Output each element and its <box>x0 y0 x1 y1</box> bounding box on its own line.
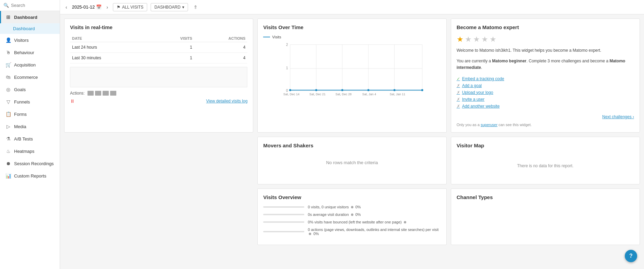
sidebar-item-behaviour[interactable]: 🖱 Behaviour <box>0 46 60 59</box>
overview-bar <box>263 214 304 215</box>
expert-link-embed-tracking[interactable]: ✓Embed a tracking code <box>457 75 634 82</box>
expert-link-invite-user[interactable]: ✗Invite a user <box>457 96 634 103</box>
sidebar-item-forms[interactable]: 📋 Forms <box>0 108 60 120</box>
expert-link-add-goal[interactable]: ✗Add a goal <box>457 82 634 89</box>
realtime-table: DATE VISITS ACTIONS Last 24 hours14Last … <box>70 35 247 63</box>
cross-icon: ✗ <box>457 90 460 95</box>
star-rating: ★ ★ ★ ★ ★ <box>457 35 634 44</box>
legend-line <box>263 37 270 37</box>
sidebar-subitem-dashboard[interactable]: Dashboard <box>0 23 60 34</box>
sidebar-item-acquisition[interactable]: 🛒 Acquisition <box>0 59 60 71</box>
actions-row: Actions: <box>70 91 247 96</box>
overview-metric-text: 0 actions (page views, downloads, outlin… <box>308 228 441 236</box>
pause-button[interactable]: ⏸ <box>70 98 75 104</box>
visitor-map-card: Visitor Map There is no data for this re… <box>451 137 640 184</box>
legend-label: Visits <box>272 35 281 39</box>
dashboard-button[interactable]: DASHBOARD ▾ <box>151 3 188 11</box>
action-icons <box>87 91 116 96</box>
svg-text:0: 0 <box>286 89 288 93</box>
sidebar-item-goals[interactable]: ◎ Goals <box>0 83 60 96</box>
realtime-title: Visits in real-time <box>70 24 247 30</box>
sidebar-item-ab-tests[interactable]: ⚗ A/B Tests <box>0 133 60 145</box>
realtime-card: Visits in real-time DATE VISITS ACTIONS … <box>64 19 253 133</box>
next-challenges-link[interactable]: Next challenges › <box>457 114 634 119</box>
overview-bar <box>263 231 304 232</box>
movers-title: Movers and Shakers <box>263 143 441 148</box>
col-visits: VISITS <box>154 35 194 42</box>
visitor-map-title: Visitor Map <box>457 143 634 148</box>
prev-date-button[interactable]: ‹ <box>64 4 69 11</box>
cross-icon: ✗ <box>457 97 460 102</box>
action-icon-4 <box>110 91 116 96</box>
sidebar-item-custom-reports[interactable]: 📊 Custom Reports <box>0 170 60 182</box>
sidebar-item-ecommerce[interactable]: 🛍 Ecommerce <box>0 71 60 83</box>
all-visits-icon: ⚑ <box>117 5 120 10</box>
overview-bar <box>263 221 304 223</box>
actions-label: Actions: <box>70 91 85 96</box>
table-row: Last 30 minutes14 <box>70 53 247 63</box>
svg-text:Sat, Jan 4: Sat, Jan 4 <box>362 93 376 96</box>
dot <box>309 233 311 235</box>
channel-types-title: Channel Types <box>457 194 634 200</box>
star-4: ★ <box>481 35 488 44</box>
collapse-button[interactable]: ⇑ <box>191 4 200 11</box>
dot <box>404 221 406 223</box>
overview-metric-text: 0s average visit duration 0% <box>308 212 361 217</box>
next-date-button[interactable]: › <box>105 4 109 11</box>
svg-point-12 <box>289 89 291 91</box>
channel-types-card: Channel Types <box>451 188 640 245</box>
expert-links: ✓Embed a tracking code✗Add a goal✗Upload… <box>457 75 634 110</box>
cross-icon: ✗ <box>457 104 460 109</box>
check-icon: ✓ <box>457 76 460 81</box>
expert-title: Become a Matomo expert <box>457 24 634 30</box>
table-row: Last 24 hours14 <box>70 42 247 53</box>
all-visits-label: ALL VISITS <box>122 5 143 10</box>
visitor-map-no-data: There is no data for this report. <box>457 153 634 179</box>
dot <box>351 213 353 216</box>
main-content: ‹ 2025-01-12 📅 › ⚑ ALL VISITS DASHBOARD … <box>60 0 644 269</box>
acquisition-icon: 🛒 <box>5 62 11 68</box>
sidebar-item-heatmaps[interactable]: ♨ Heatmaps <box>0 145 60 157</box>
chart-area: 2 1 0 <box>263 41 441 103</box>
svg-text:Sat, Dec 28: Sat, Dec 28 <box>336 93 352 96</box>
action-icon-3 <box>103 91 109 96</box>
search-icon: 🔍 <box>3 3 9 8</box>
view-log-link[interactable]: View detailed visits log <box>206 99 248 103</box>
expert-status: You are currently a Matomo beginner. Com… <box>457 58 634 71</box>
expert-card: Become a Matomo expert ★ ★ ★ ★ ★ Welcome… <box>451 19 640 133</box>
custom-reports-icon: 📊 <box>5 173 11 179</box>
media-icon: ▷ <box>5 124 11 129</box>
col-actions: ACTIONS <box>194 35 247 42</box>
heatmaps-icon: ♨ <box>5 148 11 154</box>
topbar: ‹ 2025-01-12 📅 › ⚑ ALL VISITS DASHBOARD … <box>60 0 644 14</box>
superuser-link[interactable]: superuser <box>481 123 497 127</box>
sidebar-item-visitors[interactable]: 👤 Visitors <box>0 34 60 46</box>
overtime-title: Visits Over Time <box>263 24 441 30</box>
expert-link-add-website[interactable]: ✗Add another website <box>457 103 634 110</box>
sidebar-item-media[interactable]: ▷ Media <box>0 120 60 133</box>
sidebar-item-funnels[interactable]: ▽ Funnels <box>0 96 60 108</box>
help-button[interactable]: ? <box>625 250 637 262</box>
visitors-icon: 👤 <box>5 37 11 43</box>
visits-chart: 2 1 0 <box>263 41 441 96</box>
sidebar-item-session-recordings[interactable]: ⏺ Session Recordings <box>0 157 60 170</box>
search-box[interactable]: 🔍 <box>0 0 60 11</box>
svg-text:Sat, Dec 21: Sat, Dec 21 <box>309 93 326 96</box>
overview-card: Visits Overview 0 visits, 0 unique visit… <box>257 188 446 245</box>
overview-bar <box>263 206 304 208</box>
chart-legend: Visits <box>263 35 441 39</box>
overview-metric-text: 0 visits, 0 unique visitors 0% <box>308 205 361 209</box>
sidebar-item-dashboard[interactable]: ⊞ Dashboard <box>0 11 60 23</box>
dashboard-label: DASHBOARD <box>154 5 180 10</box>
expert-link-upload-logo[interactable]: ✗Upload your logo <box>457 89 634 96</box>
movers-no-rows: No rows match the criteria <box>263 153 441 172</box>
search-input[interactable] <box>11 3 56 8</box>
col-date: DATE <box>70 35 154 42</box>
chevron-down-icon: ▾ <box>182 5 184 10</box>
sidebar: 🔍 ⊞ Dashboard Dashboard 👤 Visitors 🖱 Beh… <box>0 0 60 269</box>
forms-icon: 📋 <box>5 111 11 117</box>
overview-row: 0% visits have bounced (left the website… <box>263 220 441 224</box>
dot <box>351 206 353 208</box>
all-visits-button[interactable]: ⚑ ALL VISITS <box>113 3 147 11</box>
svg-point-15 <box>367 89 370 91</box>
